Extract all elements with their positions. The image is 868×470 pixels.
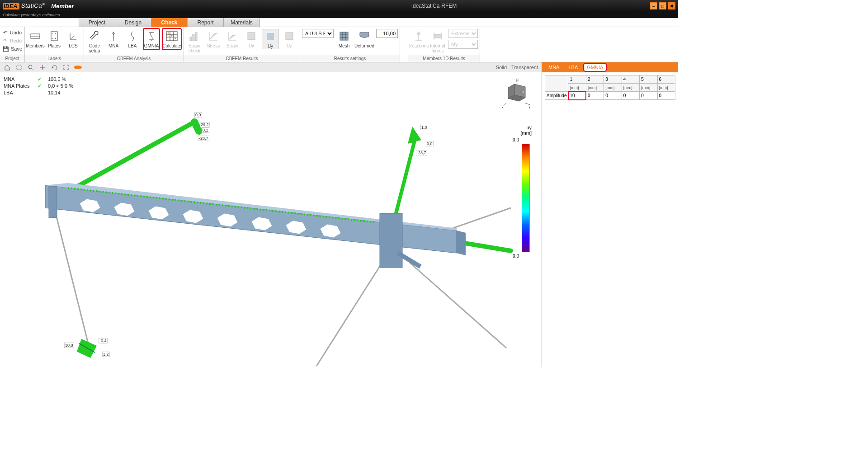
group-label-labels: Labels: [25, 55, 84, 62]
strain-check-button[interactable]: Strain check: [186, 29, 203, 53]
redo-icon: ↷: [3, 38, 8, 44]
code-setup-button[interactable]: Code setup: [86, 29, 103, 53]
svg-rect-24: [195, 33, 197, 41]
amplitude-input-5[interactable]: [641, 93, 654, 98]
gmnia-button[interactable]: GMNIA: [143, 28, 160, 50]
calculate-button[interactable]: Calculate: [162, 28, 182, 50]
window-title: IdeaStatiCa-RFEM: [411, 3, 457, 9]
zoom-icon[interactable]: [27, 64, 34, 71]
rp-tab-mna[interactable]: MNA: [546, 64, 562, 71]
uy-button[interactable]: Uy: [262, 29, 279, 49]
scene-3d: 0,9 29,2 0,1 -28,7 1,0 0,0 -28,7 30,8 -0…: [0, 72, 542, 367]
ux-button[interactable]: Ux: [243, 29, 260, 48]
svg-point-19: [168, 33, 169, 34]
svg-text:y: y: [529, 105, 531, 108]
legend-max: 0,0: [513, 137, 519, 142]
mna-button[interactable]: MNA: [105, 29, 122, 48]
svg-text:x: x: [502, 106, 504, 109]
svg-rect-72: [49, 186, 57, 218]
brand-idea: IDEA: [4, 3, 18, 9]
svg-line-45: [32, 68, 33, 70]
uz-button[interactable]: Uz: [281, 29, 298, 48]
ribbon-group-cbfem-results: Strain check Stress Strain Ux Uy Uz: [184, 27, 300, 62]
transparent-toggle[interactable]: Transparent: [511, 65, 538, 70]
group-label-cbfem-results: CBFEM Results: [184, 55, 300, 62]
mna-icon: [107, 30, 120, 42]
stress-icon: [207, 30, 220, 42]
window-maximize-button[interactable]: □: [659, 2, 666, 9]
deformed-toggle[interactable]: Deformed: [354, 29, 374, 48]
view-toggle-icon[interactable]: [74, 64, 81, 71]
load-combo-select[interactable]: All ULS Fund: [302, 29, 334, 38]
svg-point-49: [74, 66, 82, 69]
redo-button[interactable]: ↷Redo: [2, 37, 23, 44]
ribbon-group-cbfem-analysis: Code setup MNA LBA GMNIA Calculate CBFEM…: [84, 27, 184, 62]
ribbon-group-labels: Members Plates LCS Labels: [25, 27, 84, 62]
rp-tab-gmnia[interactable]: GMNIA: [584, 64, 606, 71]
save-button[interactable]: 💾Save: [2, 45, 23, 52]
ux-icon: [245, 30, 258, 42]
zoom-region-icon[interactable]: [15, 64, 23, 71]
component-select[interactable]: My: [448, 40, 478, 49]
brand-statica: StatiCa: [21, 3, 42, 9]
svg-point-6: [55, 38, 56, 39]
tab-report[interactable]: Report: [188, 18, 224, 27]
reactions-button[interactable]: Reactions: [410, 29, 427, 48]
svg-point-5: [52, 38, 53, 39]
rp-tab-lba[interactable]: LBA: [566, 64, 580, 71]
tab-check[interactable]: Check: [151, 18, 188, 27]
lba-button[interactable]: LBA: [124, 29, 141, 48]
plates-toggle[interactable]: Plates: [46, 29, 63, 48]
svg-line-56: [393, 136, 416, 224]
svg-rect-43: [17, 65, 21, 70]
ribbon-group-results-settings: All ULS Fund Mesh Deformed Results setti…: [300, 27, 400, 62]
rotate-icon[interactable]: [51, 64, 58, 71]
tab-materials[interactable]: Materials: [224, 18, 260, 27]
solid-toggle[interactable]: Solid: [496, 65, 507, 70]
amplitude-input-6[interactable]: [659, 93, 672, 98]
amplitude-input-2[interactable]: [588, 93, 600, 98]
right-panel: MNA LBA GMNIA 1 2 3 4 5 6 [mm] [mm] [mm]…: [542, 62, 678, 367]
lcs-icon: [67, 30, 80, 42]
amplitude-input-4[interactable]: [623, 93, 636, 98]
fullscreen-icon[interactable]: [62, 64, 70, 71]
tagline: Calculate yesterday's estimates: [0, 12, 678, 18]
tab-design[interactable]: Design: [115, 18, 151, 27]
amplitude-input-3[interactable]: [605, 93, 618, 98]
node-label: 29,2: [200, 122, 210, 127]
internal-forces-button[interactable]: Internal forces: [429, 29, 446, 53]
legend-min: 0,0: [513, 254, 519, 258]
lba-icon: [126, 30, 139, 42]
amplitude-input-1[interactable]: [570, 93, 582, 98]
mesh-toggle[interactable]: Mesh: [335, 29, 353, 48]
svg-point-4: [55, 33, 56, 34]
logo-box: IDEA: [3, 3, 19, 9]
undo-button[interactable]: ↶Undo: [2, 29, 23, 36]
axis-cube[interactable]: +Y x y z: [502, 78, 533, 109]
svg-line-55: [194, 122, 199, 131]
members-toggle[interactable]: Members: [27, 29, 44, 48]
main-tabs: Project Design Check Report Materials: [0, 18, 678, 27]
window-close-button[interactable]: ✖: [668, 2, 675, 9]
viewport-toolbar: Solid Transparent: [0, 62, 542, 72]
node-label: 0,0: [426, 141, 434, 146]
internal-forces-icon: [431, 30, 444, 42]
home-icon[interactable]: [4, 64, 11, 71]
stress-button[interactable]: Stress: [205, 29, 222, 48]
lcs-toggle[interactable]: LCS: [65, 29, 82, 48]
scale-input[interactable]: [376, 29, 398, 38]
viewport-3d[interactable]: Solid Transparent MNA✓100,0 % MNA Plates…: [0, 62, 542, 367]
window-minimize-button[interactable]: –: [650, 2, 657, 9]
node-label: 0,1: [202, 127, 209, 133]
uy-icon: [264, 30, 277, 43]
strain-button[interactable]: Strain: [224, 29, 241, 48]
titlebar: IDEA StatiCa® Member IdeaStatiCa-RFEM – …: [0, 0, 678, 12]
gmnia-icon: [145, 30, 158, 42]
node-label: 1,2: [102, 352, 110, 357]
tab-project[interactable]: Project: [79, 18, 115, 27]
svg-rect-31: [286, 33, 293, 40]
extreme-select[interactable]: Extreme: [448, 29, 478, 38]
pan-icon[interactable]: [39, 64, 46, 71]
svg-rect-32: [340, 32, 348, 40]
deformed-icon: [358, 30, 371, 42]
